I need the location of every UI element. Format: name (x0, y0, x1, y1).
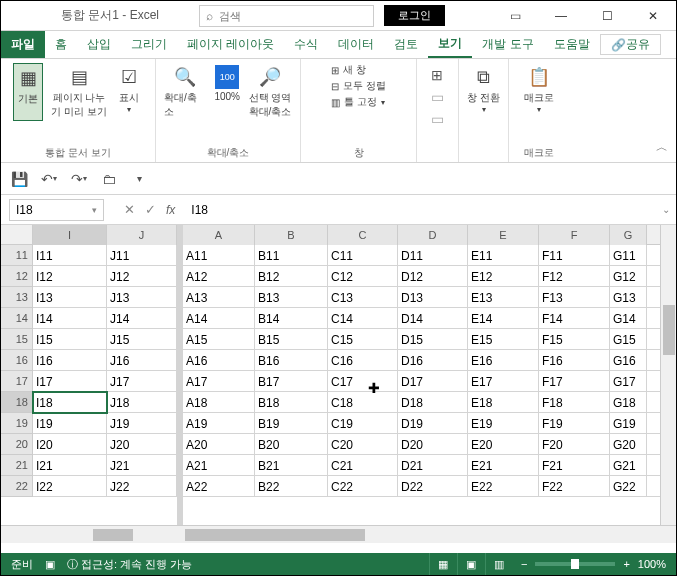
hide-icon[interactable]: ▭ (431, 89, 444, 105)
tab-draw[interactable]: 그리기 (121, 31, 177, 58)
cell[interactable]: I16 (33, 350, 107, 371)
cell[interactable]: J17 (107, 371, 177, 392)
redo-button[interactable]: ↷▾ (69, 169, 89, 189)
cell[interactable]: J11 (107, 245, 177, 266)
cell[interactable]: J15 (107, 329, 177, 350)
cell[interactable]: I18 (33, 392, 107, 413)
cell[interactable]: G22 (610, 476, 647, 497)
column-header[interactable]: A (183, 225, 255, 245)
cell[interactable]: F22 (539, 476, 610, 497)
cell[interactable]: F15 (539, 329, 610, 350)
scrollbar-thumb[interactable] (93, 529, 133, 541)
cell[interactable]: A14 (183, 308, 255, 329)
cell[interactable]: F21 (539, 455, 610, 476)
tab-developer[interactable]: 개발 도구 (472, 31, 543, 58)
cell[interactable]: J18 (107, 392, 177, 413)
cell[interactable]: J16 (107, 350, 177, 371)
zoom-level[interactable]: 100% (638, 558, 666, 570)
cell[interactable]: A20 (183, 434, 255, 455)
cell[interactable]: C17 (328, 371, 398, 392)
zoom-100-button[interactable]: 100100% (212, 63, 242, 121)
cell[interactable]: C16 (328, 350, 398, 371)
cell[interactable]: I14 (33, 308, 107, 329)
cell[interactable]: J19 (107, 413, 177, 434)
close-icon[interactable]: ✕ (630, 1, 676, 31)
horizontal-scrollbar-right[interactable] (183, 526, 660, 544)
row-header[interactable]: 22 (1, 476, 33, 497)
new-window-button[interactable]: ⊞새 창 (331, 63, 386, 77)
name-box[interactable]: I18 ▾ (9, 199, 104, 221)
cell[interactable]: F20 (539, 434, 610, 455)
switch-windows-button[interactable]: ⧉창 전환▾ (465, 63, 502, 116)
tab-help[interactable]: 도움말 (544, 31, 600, 58)
cell[interactable]: I11 (33, 245, 107, 266)
cell[interactable]: A16 (183, 350, 255, 371)
cell[interactable]: E12 (468, 266, 539, 287)
zoom-in-icon[interactable]: + (623, 558, 629, 570)
cell[interactable]: D19 (398, 413, 468, 434)
zoom-slider[interactable] (535, 562, 615, 566)
cell[interactable]: G18 (610, 392, 647, 413)
cell[interactable]: F12 (539, 266, 610, 287)
cell[interactable]: B11 (255, 245, 328, 266)
row-header[interactable]: 15 (1, 329, 33, 350)
zoom-out-icon[interactable]: − (521, 558, 527, 570)
cell[interactable]: E21 (468, 455, 539, 476)
tab-file[interactable]: 파일 (1, 31, 45, 58)
normal-view-icon[interactable]: ▦ (429, 553, 457, 575)
tab-home[interactable]: 홈 (45, 31, 77, 58)
column-header[interactable]: G (610, 225, 647, 245)
scrollbar-thumb[interactable] (663, 305, 675, 355)
cell[interactable]: D14 (398, 308, 468, 329)
macros-button[interactable]: 📋매크로▾ (522, 63, 556, 116)
cell[interactable]: D21 (398, 455, 468, 476)
cell[interactable]: C15 (328, 329, 398, 350)
cell[interactable]: G19 (610, 413, 647, 434)
cell[interactable]: A17 (183, 371, 255, 392)
search-box[interactable]: ⌕ (199, 5, 374, 27)
row-header[interactable]: 14 (1, 308, 33, 329)
display-button[interactable]: ☑표시▾ (115, 63, 143, 121)
cell[interactable]: D12 (398, 266, 468, 287)
cell[interactable]: G11 (610, 245, 647, 266)
column-header[interactable]: B (255, 225, 328, 245)
column-header[interactable]: I (33, 225, 107, 245)
cell[interactable]: E18 (468, 392, 539, 413)
tab-view[interactable]: 보기 (428, 31, 472, 58)
cell[interactable]: C11 (328, 245, 398, 266)
zoom-selection-button[interactable]: 🔎선택 영역 확대/축소 (246, 63, 294, 121)
cell[interactable]: C21 (328, 455, 398, 476)
cell[interactable]: I12 (33, 266, 107, 287)
collapse-ribbon-icon[interactable]: ︿ (656, 139, 668, 156)
search-input[interactable] (219, 10, 359, 22)
cell[interactable]: A21 (183, 455, 255, 476)
vertical-scrollbar[interactable] (660, 225, 676, 525)
page-break-view-icon[interactable]: ▥ (485, 553, 513, 575)
cell[interactable]: C18 (328, 392, 398, 413)
cell[interactable]: J13 (107, 287, 177, 308)
enter-icon[interactable]: ✓ (145, 202, 156, 217)
cell[interactable]: B12 (255, 266, 328, 287)
cell[interactable]: E13 (468, 287, 539, 308)
fx-icon[interactable]: fx (166, 203, 175, 217)
zoom-button[interactable]: 🔍확대/축소 (162, 63, 208, 121)
cancel-icon[interactable]: ✕ (124, 202, 135, 217)
cell[interactable]: B18 (255, 392, 328, 413)
cell[interactable]: E14 (468, 308, 539, 329)
row-header[interactable]: 12 (1, 266, 33, 287)
save-button[interactable]: 💾 (9, 169, 29, 189)
cell[interactable]: F11 (539, 245, 610, 266)
row-header[interactable]: 21 (1, 455, 33, 476)
row-header[interactable]: 19 (1, 413, 33, 434)
login-button[interactable]: 로그인 (384, 5, 445, 26)
expand-formula-bar-icon[interactable]: ⌄ (656, 204, 676, 215)
cell[interactable]: E19 (468, 413, 539, 434)
accessibility-status[interactable]: ⓘ 접근성: 계속 진행 가능 (67, 557, 192, 572)
cell[interactable]: F18 (539, 392, 610, 413)
cell[interactable]: G20 (610, 434, 647, 455)
select-all-button[interactable] (1, 225, 33, 245)
cell[interactable]: G12 (610, 266, 647, 287)
unhide-icon[interactable]: ▭ (431, 111, 444, 127)
cell[interactable]: C13 (328, 287, 398, 308)
cell[interactable]: I15 (33, 329, 107, 350)
